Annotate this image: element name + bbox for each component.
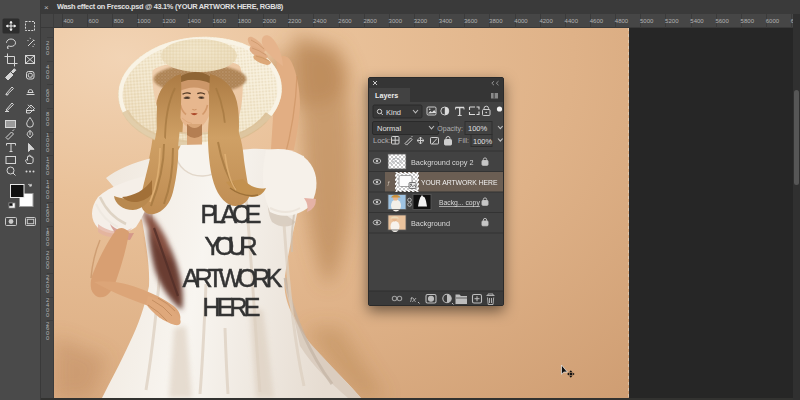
svg-text:Fill:: Fill: [458,137,469,144]
svg-text:100%: 100% [468,124,488,133]
svg-text:Layers: Layers [375,91,398,100]
svg-text:ƒ: ƒ [387,180,390,186]
svg-text:Lock:: Lock: [373,136,391,145]
svg-text:PLACE: PLACE [201,200,262,228]
svg-text:100%: 100% [473,137,493,146]
svg-text:Opacity:: Opacity: [437,125,463,133]
svg-text:Kind: Kind [386,108,401,117]
svg-text:HERE: HERE [203,293,261,321]
svg-text:Normal: Normal [377,124,402,133]
svg-text:Background copy 2: Background copy 2 [411,158,473,167]
svg-text:Background: Background [411,219,450,228]
svg-text:fx: fx [410,295,417,304]
svg-text:YOUR: YOUR [205,232,258,260]
svg-text:ARTWORK: ARTWORK [183,264,283,292]
svg-text:Backg... copy: Backg... copy [439,199,480,207]
svg-text:YOUR ARTWORK HERE: YOUR ARTWORK HERE [421,179,498,186]
